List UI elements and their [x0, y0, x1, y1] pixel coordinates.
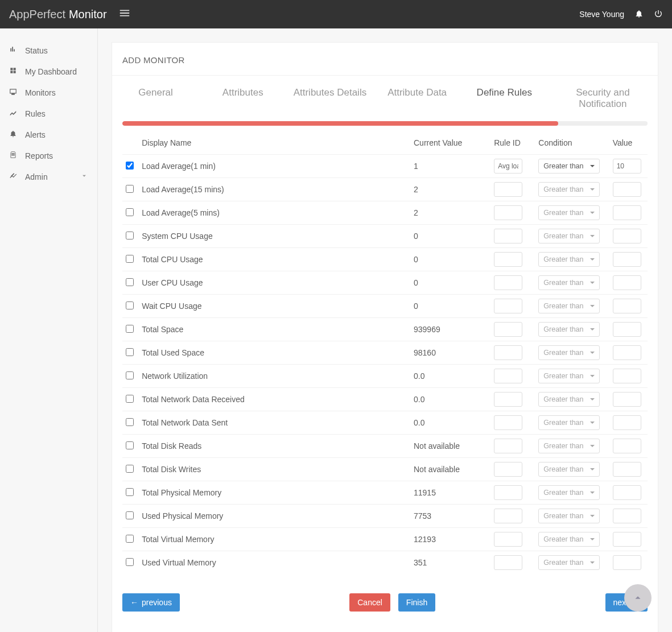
row-checkbox[interactable] — [126, 255, 134, 263]
value-input[interactable] — [613, 462, 641, 477]
value-input[interactable] — [613, 229, 641, 243]
tab-attribute-data[interactable]: Attribute Data — [374, 76, 461, 121]
rule-id-input[interactable] — [494, 532, 522, 547]
value-input[interactable] — [613, 299, 641, 313]
value-input[interactable] — [613, 252, 641, 267]
condition-dropdown[interactable]: Greater than — [538, 322, 600, 337]
rule-id-input[interactable] — [494, 252, 522, 267]
row-checkbox[interactable] — [126, 325, 134, 333]
row-checkbox[interactable] — [126, 488, 134, 496]
condition-dropdown[interactable]: Greater than — [538, 252, 600, 267]
row-checkbox[interactable] — [126, 278, 134, 286]
tab-general[interactable]: General — [112, 76, 199, 121]
row-checkbox[interactable] — [126, 418, 134, 426]
condition-dropdown[interactable]: Greater than — [538, 369, 600, 383]
row-checkbox[interactable] — [126, 162, 134, 170]
table-row: Total Disk Reads Not available Greater t… — [122, 435, 648, 458]
row-checkbox[interactable] — [126, 465, 134, 473]
sidebar-item-admin[interactable]: Admin — [0, 166, 97, 187]
value-input[interactable] — [613, 415, 641, 430]
row-checkbox[interactable] — [126, 395, 134, 403]
row-checkbox[interactable] — [126, 232, 134, 239]
row-checkbox[interactable] — [126, 301, 134, 309]
row-checkbox[interactable] — [126, 185, 134, 193]
rule-id-input[interactable] — [494, 462, 522, 477]
value-input[interactable] — [613, 275, 641, 290]
value-input[interactable] — [613, 509, 641, 523]
value-input[interactable] — [613, 205, 641, 220]
value-input[interactable] — [613, 345, 641, 360]
sidebar-item-my-dashboard[interactable]: My Dashboard — [0, 61, 97, 82]
value-input[interactable] — [613, 485, 641, 500]
sidebar-item-monitors[interactable]: Monitors — [0, 82, 97, 103]
value-input[interactable] — [613, 439, 641, 453]
condition-dropdown[interactable]: Greater than — [538, 392, 600, 407]
menu-toggle-button[interactable] — [118, 7, 131, 22]
sidebar-item-reports[interactable]: Reports — [0, 145, 97, 166]
condition-dropdown[interactable]: Greater than — [538, 509, 600, 523]
condition-dropdown[interactable]: Greater than — [538, 299, 600, 313]
condition-dropdown[interactable]: Greater than — [538, 439, 600, 453]
row-checkbox[interactable] — [126, 511, 134, 519]
rule-id-input[interactable] — [494, 299, 522, 313]
tab-attributes-details[interactable]: Attributes Details — [286, 76, 373, 121]
caret-down-icon — [590, 561, 595, 564]
display-name-cell: Used Physical Memory — [138, 505, 410, 528]
value-input[interactable] — [613, 532, 641, 547]
rule-id-input[interactable] — [494, 439, 522, 453]
value-input[interactable] — [613, 369, 641, 383]
rule-id-input[interactable] — [494, 229, 522, 243]
user-name[interactable]: Steve Young — [579, 10, 624, 19]
condition-label: Greater than — [543, 162, 583, 170]
sidebar-item-alerts[interactable]: Alerts — [0, 124, 97, 145]
row-checkbox[interactable] — [126, 441, 134, 449]
condition-dropdown[interactable]: Greater than — [538, 345, 600, 360]
rule-id-input[interactable] — [494, 345, 522, 360]
power-button[interactable] — [654, 9, 663, 20]
condition-dropdown[interactable]: Greater than — [538, 275, 600, 290]
value-input[interactable] — [613, 182, 641, 197]
finish-button[interactable]: Finish — [398, 593, 435, 612]
value-input[interactable] — [613, 555, 641, 570]
condition-dropdown[interactable]: Greater than — [538, 485, 600, 500]
scroll-top-button[interactable] — [624, 584, 652, 612]
rule-id-input[interactable] — [494, 415, 522, 430]
rule-id-input[interactable] — [494, 555, 522, 570]
rule-id-input[interactable] — [494, 509, 522, 523]
rule-id-input[interactable] — [494, 392, 522, 407]
tab-define-rules[interactable]: Define Rules — [461, 76, 548, 121]
rule-id-input[interactable] — [494, 205, 522, 220]
condition-dropdown[interactable]: Greater than — [538, 415, 600, 430]
current-value-cell: 0 — [410, 225, 490, 248]
tab-attributes[interactable]: Attributes — [199, 76, 286, 121]
rule-id-input[interactable] — [494, 159, 522, 174]
rule-id-input[interactable] — [494, 275, 522, 290]
row-checkbox[interactable] — [126, 371, 134, 379]
tab-security-and-notification[interactable]: Security and Notification — [548, 76, 658, 121]
page-title: ADD MONITOR — [112, 43, 658, 75]
rule-id-input[interactable] — [494, 322, 522, 337]
rule-id-input[interactable] — [494, 485, 522, 500]
previous-button[interactable]: ← previous — [122, 593, 180, 612]
notifications-button[interactable] — [634, 9, 644, 20]
cancel-button[interactable]: Cancel — [349, 593, 390, 612]
condition-dropdown[interactable]: Greater than — [538, 555, 600, 570]
row-checkbox[interactable] — [126, 535, 134, 543]
row-checkbox[interactable] — [126, 208, 134, 216]
condition-dropdown[interactable]: Greater than — [538, 229, 600, 243]
sidebar-item-status[interactable]: Status — [0, 40, 97, 61]
value-input[interactable] — [613, 159, 641, 174]
condition-dropdown[interactable]: Greater than — [538, 532, 600, 547]
row-checkbox[interactable] — [126, 558, 134, 566]
condition-dropdown[interactable]: Greater than — [538, 462, 600, 477]
caret-down-icon — [590, 515, 595, 517]
value-input[interactable] — [613, 322, 641, 337]
rule-id-input[interactable] — [494, 182, 522, 197]
condition-dropdown[interactable]: Greater than — [538, 182, 600, 197]
value-input[interactable] — [613, 392, 641, 407]
rule-id-input[interactable] — [494, 369, 522, 383]
condition-dropdown[interactable]: Greater than — [538, 205, 600, 220]
sidebar-item-rules[interactable]: Rules — [0, 103, 97, 124]
row-checkbox[interactable] — [126, 348, 134, 356]
condition-dropdown[interactable]: Greater than — [538, 159, 600, 174]
